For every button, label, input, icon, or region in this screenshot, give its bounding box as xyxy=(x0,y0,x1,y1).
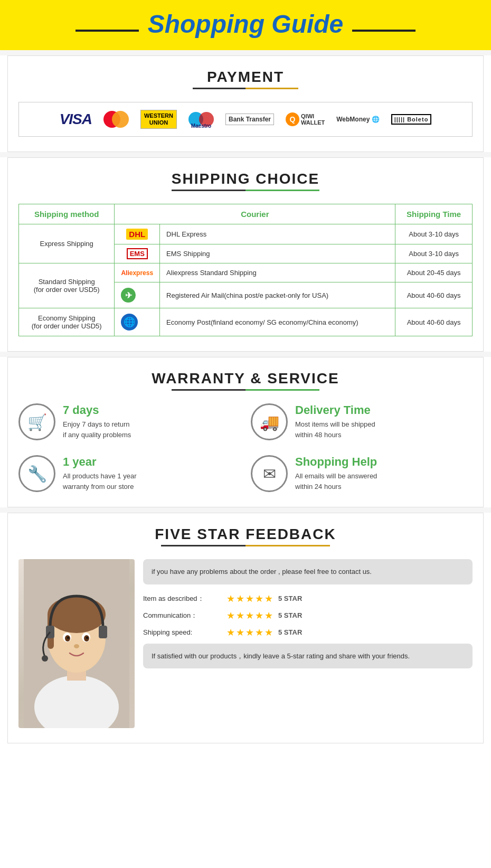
aliexpress-icon: Aliexpress xyxy=(121,269,153,277)
warranty-help-text: Shopping Help All emails will be answere… xyxy=(295,455,473,492)
speech-bubble-top: if you have any problems about the order… xyxy=(143,559,473,584)
shipping-table: Shipping method Courier Shipping Time Ex… xyxy=(18,204,473,336)
aliexpress-logo-cell: Aliexpress xyxy=(115,263,160,282)
shipping-section: SHIPPING CHOICE Shipping method Courier … xyxy=(7,157,484,352)
warranty-item-7days: 🛒 7 days Enjoy 7 days to returnif any qu… xyxy=(18,403,240,440)
header-line-right xyxy=(352,30,416,32)
warranty-grid: 🛒 7 days Enjoy 7 days to returnif any qu… xyxy=(18,403,473,492)
economy-name-cell: Economy Post(finland economy/ SG economy… xyxy=(160,308,395,336)
dhl-time-cell: About 3-10 days xyxy=(395,224,473,244)
header-banner: Shopping Guide xyxy=(0,0,491,50)
cart-icon: 🛒 xyxy=(18,403,55,440)
table-row: Economy Shipping(for order under USD5) 🌐… xyxy=(19,308,473,336)
warranty-7days-desc: Enjoy 7 days to returnif any quality pro… xyxy=(63,419,240,440)
header-title: Shopping Guide xyxy=(148,10,344,39)
svg-point-10 xyxy=(67,637,69,639)
warranty-7days-text: 7 days Enjoy 7 days to returnif any qual… xyxy=(63,403,240,440)
col-time: Shipping Time xyxy=(395,204,473,224)
svg-point-4 xyxy=(48,596,106,633)
warranty-section: WARRANTY & SERVICE 🛒 7 days Enjoy 7 days… xyxy=(7,357,484,507)
economy-shipping-cell: Economy Shipping(for order under USD5) xyxy=(19,308,115,336)
stars-item: ★★★★★ xyxy=(226,593,274,605)
speech-bubble-bottom: If satisfied with our products，kindly le… xyxy=(143,644,473,669)
warranty-1year-text: 1 year All products have 1 yearwarranty … xyxy=(63,455,240,492)
western-union-logo: WESTERNUNION xyxy=(137,110,180,129)
rating-label-comm: Communication： xyxy=(143,611,222,620)
visa-logo: VISA xyxy=(56,110,95,129)
star-value-item: 5 STAR xyxy=(278,595,302,602)
warranty-title: WARRANTY & SERVICE xyxy=(18,370,473,387)
bank-transfer-logo: Bank Transfer xyxy=(222,110,277,129)
standard-shipping-cell: Standard Shipping(for order over USD5) xyxy=(19,263,115,308)
warranty-item-delivery: 🚚 Delivery Time Most items will be shipp… xyxy=(251,403,473,440)
economy-icon: 🌐 xyxy=(121,314,138,331)
feedback-underline xyxy=(161,545,330,546)
ems-icon: EMS xyxy=(127,248,148,259)
economy-time-cell: About 40-60 days xyxy=(395,308,473,336)
stars-ship: ★★★★★ xyxy=(226,627,274,638)
tools-icon: 🔧 xyxy=(18,455,55,492)
payment-section: PAYMENT VISA WESTERNUNION Maestro xyxy=(7,55,484,152)
table-row: Express Shipping DHL DHL Express About 3… xyxy=(19,224,473,244)
feedback-image xyxy=(18,559,135,728)
warranty-help-desc: All emails will be answeredwithin 24 hou… xyxy=(295,471,473,492)
rating-row-comm: Communication： ★★★★★ 5 STAR xyxy=(143,610,473,621)
aliexpress-name-cell: Aliexpress Standard Shipping xyxy=(160,263,395,282)
rating-label-item: Item as described： xyxy=(143,594,222,603)
boleto-logo: ||||| Boleto xyxy=(388,110,435,129)
rating-row-item: Item as described： ★★★★★ 5 STAR xyxy=(143,593,473,605)
mail-icon: ✉ xyxy=(251,455,288,492)
star-value-comm: 5 STAR xyxy=(278,611,302,619)
svg-rect-14 xyxy=(99,626,107,638)
svg-point-11 xyxy=(86,637,88,639)
maestro-logo: Maestro xyxy=(185,110,217,129)
svg-point-15 xyxy=(42,655,48,662)
webmoney-logo: WebMoney 🌐 xyxy=(333,110,382,129)
warranty-1year-title: 1 year xyxy=(63,455,240,469)
warranty-item-help: ✉ Shopping Help All emails will be answe… xyxy=(251,455,473,492)
warranty-delivery-text: Delivery Time Most items will be shipped… xyxy=(295,403,473,440)
feedback-content: if you have any problems about the order… xyxy=(18,559,473,728)
header-line-left xyxy=(75,30,139,32)
ems-logo-cell: EMS xyxy=(115,244,160,263)
ems-name-cell: EMS Shipping xyxy=(160,244,395,263)
feedback-section: FIVE STAR FEEDBACK xyxy=(7,513,484,743)
warranty-delivery-desc: Most items will be shippedwithin 48 hour… xyxy=(295,419,473,440)
stars-comm: ★★★★★ xyxy=(226,610,274,621)
payment-logos: VISA WESTERNUNION Maestro Bank Transfer xyxy=(18,102,473,137)
ratings-list: Item as described： ★★★★★ 5 STAR Communic… xyxy=(143,593,473,638)
mastercard-logo xyxy=(100,110,132,129)
dhl-name-cell: DHL Express xyxy=(160,224,395,244)
express-shipping-cell: Express Shipping xyxy=(19,224,115,263)
economy-logo-cell: 🌐 xyxy=(115,308,160,336)
rating-row-ship: Shipping speed: ★★★★★ 5 STAR xyxy=(143,627,473,638)
warranty-delivery-title: Delivery Time xyxy=(295,403,473,417)
payment-underline xyxy=(193,88,298,89)
feedback-right: if you have any problems about the order… xyxy=(143,559,473,728)
chinapost-icon: ✈ xyxy=(121,288,136,303)
warranty-underline xyxy=(172,389,319,391)
ems-time-cell: About 3-10 days xyxy=(395,244,473,263)
aliexpress-time-cell: About 20-45 days xyxy=(395,263,473,282)
payment-title: PAYMENT xyxy=(18,69,473,86)
shipping-title: SHIPPING CHOICE xyxy=(18,171,473,187)
chinapost-logo-cell: ✈ xyxy=(115,282,160,308)
table-row: Standard Shipping(for order over USD5) A… xyxy=(19,263,473,282)
chinapost-time-cell: About 40-60 days xyxy=(395,282,473,308)
dhl-icon: DHL xyxy=(126,229,148,240)
col-courier: Courier xyxy=(115,204,395,224)
truck-icon: 🚚 xyxy=(251,403,288,440)
feedback-title: FIVE STAR FEEDBACK xyxy=(18,526,473,543)
person-svg xyxy=(24,559,129,728)
warranty-help-title: Shopping Help xyxy=(295,455,473,469)
svg-point-12 xyxy=(74,644,79,648)
shipping-underline xyxy=(172,190,319,191)
warranty-1year-desc: All products have 1 yearwarranty from ou… xyxy=(63,471,240,492)
col-method: Shipping method xyxy=(19,204,115,224)
warranty-item-1year: 🔧 1 year All products have 1 yearwarrant… xyxy=(18,455,240,492)
warranty-7days-title: 7 days xyxy=(63,403,240,417)
dhl-logo-cell: DHL xyxy=(115,224,160,244)
chinapost-name-cell: Registered Air Mail(china post/e packet-… xyxy=(160,282,395,308)
rating-label-ship: Shipping speed: xyxy=(143,628,222,636)
qiwi-logo: Q QIWIWALLET xyxy=(282,110,328,129)
